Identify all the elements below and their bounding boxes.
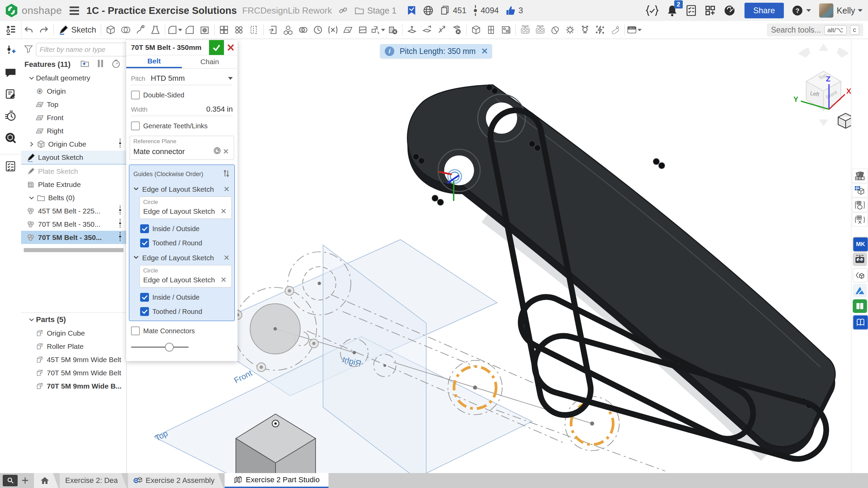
tab-belt[interactable]: Belt <box>126 55 182 68</box>
feature-row-plate-extrude[interactable]: Plate Extrude <box>21 178 126 191</box>
guide-group-title[interactable]: Edge of Layout Sketch <box>142 185 222 193</box>
custom-feature-robot-icon[interactable] <box>518 23 533 37</box>
clear-entity-icon[interactable]: ✕ <box>219 207 228 216</box>
tab-exercise-part-studio[interactable]: Exercise 2 Part Studio <box>225 473 328 488</box>
main-menu-icon[interactable] <box>70 6 79 15</box>
part-row-45t-belt[interactable]: 45T 5M 9mm Wide Belt <box>21 353 126 366</box>
parts-section-header[interactable]: Parts (5) <box>21 313 126 326</box>
link-icon[interactable] <box>338 5 348 16</box>
chevron-down-icon[interactable] <box>133 185 139 194</box>
performance-timer-icon[interactable] <box>4 110 17 123</box>
appearance-panel-icon[interactable] <box>852 169 868 183</box>
transform-icon[interactable] <box>370 23 385 37</box>
user-name[interactable]: Kelly <box>837 6 855 16</box>
transform-caret-icon[interactable] <box>381 29 385 31</box>
drag-handle-icon[interactable] <box>119 205 121 217</box>
regen-timer-icon[interactable] <box>111 59 121 70</box>
learning-center-icon[interactable] <box>723 4 736 17</box>
toothed-round-checkbox[interactable]: Toothed / Round <box>140 239 232 247</box>
remove-guide-icon[interactable]: ✕ <box>222 185 231 194</box>
confirm-button[interactable] <box>209 40 224 55</box>
enclose-icon[interactable] <box>419 23 434 37</box>
search-model-icon[interactable] <box>4 132 17 145</box>
feature-row-belt-45t[interactable]: 45T 5M Belt - 225... <box>21 204 126 218</box>
primitives-icon[interactable] <box>281 23 296 37</box>
user-avatar[interactable] <box>819 3 833 18</box>
frame-icon[interactable] <box>484 23 498 37</box>
import-icon[interactable] <box>266 23 281 37</box>
variable-icon[interactable] <box>325 23 340 37</box>
guide-group-title[interactable]: Edge of Layout Sketch <box>142 254 222 262</box>
plane-icon[interactable] <box>340 23 355 37</box>
feature-row-layout-sketch[interactable]: Layout Sketch <box>21 151 126 165</box>
feature-script-icon[interactable] <box>645 4 659 17</box>
rollback-bar[interactable] <box>24 248 124 252</box>
marker-pen-icon[interactable] <box>607 23 622 37</box>
filter-input[interactable] <box>36 43 134 56</box>
alibre-triangle-app-icon[interactable] <box>853 284 867 297</box>
feature-row-origin[interactable]: Origin <box>21 85 126 98</box>
thicken-icon[interactable] <box>404 23 419 37</box>
delete-face-icon[interactable] <box>449 23 464 37</box>
generate-teeth-checkbox[interactable]: Generate Teeth/Links <box>131 121 233 130</box>
sweep-icon[interactable] <box>133 23 148 37</box>
copies-icon[interactable] <box>440 5 450 16</box>
help-icon[interactable]: ? <box>791 4 811 17</box>
onshape-logo-icon[interactable] <box>5 3 18 18</box>
inside-outside-checkbox[interactable]: Inside / Outside <box>140 224 232 233</box>
mirror-icon[interactable] <box>246 23 261 37</box>
education-flag-icon[interactable] <box>407 5 417 16</box>
tasks-icon[interactable] <box>685 4 697 17</box>
inside-outside-checkbox[interactable]: Inside / Outside <box>140 293 232 302</box>
home-tab[interactable] <box>34 473 58 488</box>
custom-feature-robot2-icon[interactable] <box>533 23 548 37</box>
tab-chain[interactable]: Chain <box>182 55 238 68</box>
slider-track[interactable] <box>131 346 189 348</box>
feature-row-plate-sketch[interactable]: Plate Sketch <box>21 165 126 178</box>
tab-exercise-drawing[interactable]: Exercise 2: Dea <box>60 473 127 488</box>
extrude-icon[interactable] <box>103 23 118 37</box>
clear-reference-plane-icon[interactable]: ✕ <box>222 147 230 156</box>
split-icon[interactable] <box>355 23 370 37</box>
mkcad-app-icon[interactable]: MK <box>853 237 868 252</box>
green-library-app-icon[interactable] <box>853 299 867 313</box>
undo-icon[interactable] <box>21 23 36 37</box>
guide-entity-field[interactable]: Circle Edge of Layout Sketch ✕ <box>139 196 232 219</box>
feature-row-belt-70t-b[interactable]: 70T 5M Belt - 350... <box>21 231 126 244</box>
guide-entity-field[interactable]: Circle Edge of Layout Sketch ✕ <box>139 265 232 287</box>
chevron-down-icon[interactable] <box>133 254 139 262</box>
loft-icon[interactable] <box>148 23 163 37</box>
robot-app-icon[interactable] <box>853 252 867 266</box>
toothed-round-checkbox[interactable]: Toothed / Round <box>140 307 232 316</box>
drag-handle-icon[interactable] <box>119 138 121 150</box>
apps-grid-icon[interactable] <box>704 5 716 16</box>
feature-row-belt-70t-a[interactable]: 70T 5M Belt - 350... <box>21 218 126 231</box>
tab-manager-icon[interactable] <box>3 475 18 486</box>
mate-feature-icon[interactable] <box>578 23 592 37</box>
part-row-origin-cube[interactable]: Origin Cube <box>21 326 126 340</box>
iso-cube-icon[interactable] <box>469 23 484 37</box>
add-folder-icon[interactable] <box>80 59 90 70</box>
remove-guide-icon[interactable]: ✕ <box>222 254 231 262</box>
public-globe-icon[interactable] <box>423 5 434 16</box>
cancel-button[interactable] <box>224 40 238 55</box>
versions-icon[interactable] <box>473 5 478 16</box>
circular-pattern-icon[interactable] <box>231 23 246 37</box>
part-export-app-icon[interactable] <box>853 268 868 282</box>
variables-table-icon[interactable] <box>852 212 868 227</box>
likes-icon[interactable] <box>505 5 516 16</box>
double-sided-checkbox[interactable]: Double-Sided <box>131 91 233 99</box>
part-row-70t-belt-b[interactable]: 70T 5M 9mm Wide B... <box>21 379 126 393</box>
feature-row-front-plane[interactable]: Front <box>21 111 126 124</box>
reorder-icon[interactable] <box>222 169 230 180</box>
part-row-70t-belt-a[interactable]: 70T 5M 9mm Wide Belt <box>21 366 126 379</box>
drag-handle-icon[interactable] <box>119 231 121 243</box>
workspace-name[interactable]: Stage 1 <box>367 6 396 16</box>
add-tab-button[interactable] <box>18 473 33 488</box>
linear-pattern-icon[interactable] <box>216 23 231 37</box>
opacity-slider[interactable] <box>131 343 189 352</box>
chamfer-icon[interactable] <box>182 23 197 37</box>
drag-handle-icon[interactable] <box>119 218 121 230</box>
feature-tree-toggle-icon[interactable] <box>0 21 21 39</box>
hole-icon[interactable] <box>197 23 212 37</box>
